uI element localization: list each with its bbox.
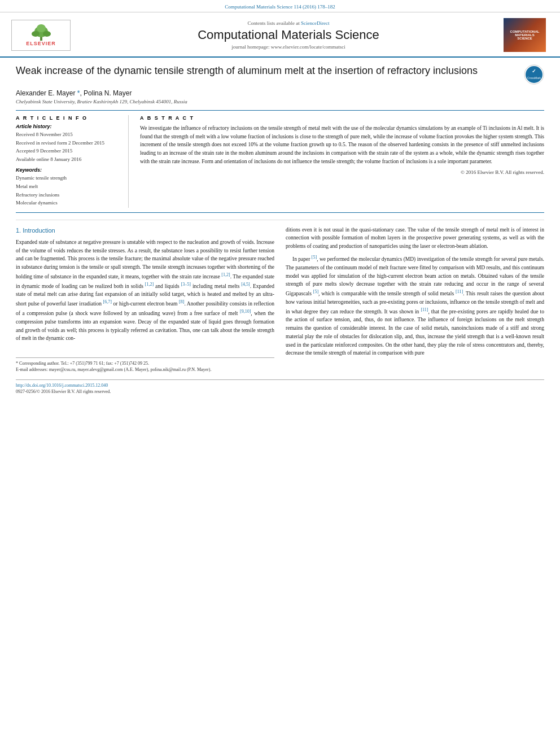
ref-3-5[interactable]: [3–5]: [181, 282, 191, 287]
history-revised: Received in revised form 2 December 2015: [16, 139, 120, 147]
svg-text:✓: ✓: [532, 68, 536, 74]
section-divider: [16, 220, 544, 220]
article-title: Weak increase of the dynamic tensile str…: [16, 64, 518, 77]
article-content: Weak increase of the dynamic tensile str…: [0, 58, 560, 400]
elsevier-brand: ELSEVIER: [26, 41, 56, 46]
svg-point-4: [37, 24, 46, 32]
cover-image: COMPUTATIONALMATERIALSSCIENCE: [504, 18, 546, 52]
affiliation: Chelyabinsk State University, Bratiev Ka…: [16, 99, 544, 104]
doi-line: http://dx.doi.org/10.1016/j.commatsci.20…: [16, 383, 544, 388]
intro-para-1: Expanded state of substance at negative …: [16, 238, 274, 343]
ref-4-5[interactable]: [4,5]: [241, 282, 250, 287]
ref-9-10[interactable]: [9,10]: [240, 309, 251, 314]
author-names: Alexander E. Mayer: [16, 89, 77, 97]
ref-6-7[interactable]: [6,7]: [103, 299, 112, 304]
author-names-2: , Polina N. Mayer: [80, 89, 132, 97]
journal-title-area: Contents lists available at ScienceDirec…: [79, 20, 498, 50]
ref-1-2b[interactable]: [1,2]: [145, 282, 154, 287]
article-info-abstract: A R T I C L E I N F O Article history: R…: [16, 110, 544, 213]
keywords-label: Keywords:: [16, 167, 120, 173]
footnote-email: E-mail addresses: mayer@csu.ru, mayer.al…: [16, 366, 274, 373]
ref-8[interactable]: [8]: [179, 299, 184, 304]
svg-text:CrossMark: CrossMark: [527, 76, 541, 80]
elsevier-tree-icon: [27, 24, 55, 41]
journal-homepage: journal homepage: www.elsevier.com/locat…: [79, 44, 498, 50]
top-bar: Computational Materials Science 114 (201…: [0, 0, 560, 12]
article-footer: http://dx.doi.org/10.1016/j.commatsci.20…: [16, 379, 544, 394]
history-received: Received 8 November 2015: [16, 131, 120, 138]
journal-header: ELSEVIER Contents lists available at Sci…: [0, 12, 560, 58]
crossmark-badge[interactable]: ✓ CrossMark: [524, 64, 544, 85]
footnote-corresponding: * Corresponding author. Tel.: +7 (351)79…: [16, 360, 274, 366]
keyword-4: Molecular dynamics: [16, 199, 120, 207]
ref-5[interactable]: [5]: [312, 255, 317, 260]
intro-para-3: In paper [5], we performed the molecular…: [286, 254, 544, 357]
section-number: 1.: [16, 227, 21, 234]
crossmark-icon: ✓ CrossMark: [524, 64, 544, 85]
svg-point-2: [32, 31, 40, 37]
copyright-line: © 2016 Elsevier B.V. All rights reserved…: [140, 169, 544, 175]
keyword-2: Metal melt: [16, 183, 120, 190]
authors: Alexander E. Mayer *, Polina N. Mayer: [16, 89, 544, 97]
abstract-heading: A B S T R A C T: [140, 115, 544, 121]
svg-point-3: [43, 31, 51, 37]
ref-11[interactable]: [11]: [456, 289, 463, 294]
ref-1-2[interactable]: [1,2]: [221, 272, 230, 277]
ref-5b[interactable]: [5]: [313, 289, 318, 294]
keyword-1: Dynamic tensile strength: [16, 174, 120, 182]
sciencedirect-link[interactable]: ScienceDirect: [301, 20, 329, 26]
article-title-section: Weak increase of the dynamic tensile str…: [16, 64, 544, 85]
cover-text: COMPUTATIONALMATERIALSSCIENCE: [510, 30, 540, 40]
page-wrapper: Computational Materials Science 114 (201…: [0, 0, 560, 400]
elsevier-logo-area: ELSEVIER: [11, 20, 73, 51]
section-1-heading: 1. Introduction: [16, 226, 274, 235]
history-online: Available online 8 January 2016: [16, 156, 120, 163]
article-info: A R T I C L E I N F O Article history: R…: [16, 115, 129, 208]
abstract-section: A B S T R A C T We investigate the influ…: [140, 115, 544, 208]
journal-cover: COMPUTATIONALMATERIALSSCIENCE: [504, 18, 549, 52]
journal-name: Computational Materials Science: [79, 28, 498, 42]
rights-line: 0927-0256/© 2016 Elsevier B.V. All right…: [16, 389, 544, 394]
abstract-text: We investigate the influence of refracto…: [140, 124, 544, 166]
body-columns: 1. Introduction Expanded state of substa…: [16, 226, 544, 373]
journal-issue-info: Computational Materials Science 114 (201…: [225, 4, 335, 10]
ref-11b[interactable]: [11]: [421, 307, 428, 312]
intro-para-2: ditions even it is not usual in the quas…: [286, 226, 544, 251]
body-col-right: ditions even it is not usual in the quas…: [286, 226, 544, 373]
article-info-heading: A R T I C L E I N F O: [16, 115, 120, 121]
history-label: Article history:: [16, 124, 120, 129]
elsevier-logo-box: ELSEVIER: [11, 20, 71, 51]
footnotes: * Corresponding author. Tel.: +7 (351)79…: [16, 346, 274, 373]
contents-line: Contents lists available at ScienceDirec…: [79, 20, 498, 26]
history-accepted: Accepted 9 December 2015: [16, 147, 120, 155]
section-title: Introduction: [23, 227, 55, 234]
keyword-3: Refractory inclusions: [16, 191, 120, 199]
body-col-left: 1. Introduction Expanded state of substa…: [16, 226, 274, 373]
